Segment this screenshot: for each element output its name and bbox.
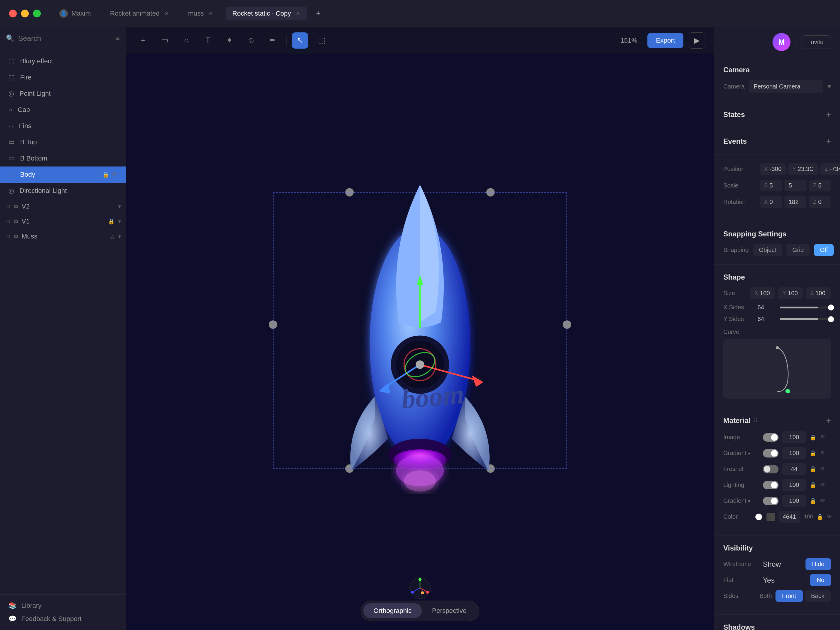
search-input[interactable] — [18, 34, 112, 43]
mat-gradient2-toggle[interactable] — [763, 497, 778, 505]
add-state-button[interactable]: + — [826, 110, 831, 119]
wireframe-hide-button[interactable]: Hide — [805, 558, 831, 570]
rectangle-tool-button[interactable]: ▭ — [156, 32, 173, 49]
mat-lighting-toggle[interactable] — [763, 481, 778, 489]
orthographic-view-button[interactable]: Orthographic — [363, 603, 422, 618]
add-material-button[interactable]: + — [826, 416, 831, 425]
sides-back-button[interactable]: Back — [805, 590, 831, 602]
curve-editor[interactable] — [723, 339, 831, 399]
position-z[interactable]: Z -734 — [820, 163, 840, 175]
maximize-button[interactable] — [33, 9, 41, 17]
size-x[interactable]: X 100 — [750, 287, 775, 299]
eye-icon[interactable]: 👁 — [820, 434, 825, 441]
minimize-button[interactable] — [21, 9, 29, 17]
mat-color-value[interactable]: 4641 — [778, 511, 801, 523]
camera-select[interactable]: Personal Camera — [749, 80, 823, 93]
tab-rocket-animated[interactable]: Rocket animated ✕ — [104, 6, 175, 21]
position-y[interactable]: Y 23.3C — [788, 163, 818, 175]
transform-handle-mr[interactable] — [563, 321, 571, 329]
sides-front-button[interactable]: Front — [775, 590, 803, 602]
scale-x[interactable]: S 5 — [760, 180, 782, 191]
mat-image-toggle[interactable] — [763, 433, 778, 442]
layer-item-fins[interactable]: ⌓ Fins — [0, 118, 126, 134]
feedback-item[interactable]: 💬 Feedback & Support — [8, 615, 117, 623]
lock-icon[interactable]: 🔒 — [816, 513, 823, 520]
frame-tool-button[interactable]: ⬚ — [314, 32, 330, 49]
zoom-level[interactable]: 151% — [616, 34, 642, 47]
tab-rocket-static-copy[interactable]: Rocket static · Copy ✕ — [226, 6, 307, 21]
library-item[interactable]: 📚 Library — [8, 602, 117, 609]
cursor-tool-button[interactable]: ↖ — [292, 32, 308, 49]
mat-gradient2-value[interactable]: 100 — [782, 495, 806, 507]
perspective-view-button[interactable]: Perspective — [422, 603, 477, 618]
rotation-z[interactable]: Z 0 — [809, 196, 831, 208]
snap-grid-button[interactable]: Grid — [786, 244, 810, 256]
eye-icon[interactable]: 👁 — [820, 498, 825, 504]
layer-item-b-top[interactable]: ▭ B Top — [0, 134, 126, 150]
avatar[interactable]: M — [772, 33, 791, 51]
add-tool-button[interactable]: + — [135, 32, 151, 49]
lock-icon[interactable]: 🔒 — [810, 498, 816, 504]
face-tool-button[interactable]: ☺ — [243, 32, 259, 49]
rotation-x[interactable]: X 0 — [760, 196, 782, 208]
mat-lighting-value[interactable]: 100 — [782, 479, 806, 491]
layer-item-point-light[interactable]: ◎ Point Light — [0, 85, 126, 102]
eye-icon[interactable]: 👁 — [827, 513, 832, 520]
snap-object-button[interactable]: Object — [753, 244, 782, 256]
lock-icon[interactable]: 🔒 — [108, 218, 115, 225]
star-tool-button[interactable]: ✦ — [221, 32, 238, 49]
tab-close-icon[interactable]: ✕ — [164, 10, 169, 17]
tab-muss[interactable]: muss ✕ — [182, 6, 220, 21]
lock-icon[interactable]: 🔒 — [810, 434, 816, 441]
layer-group-v1[interactable]: ⊙ ⧉ V1 🔒 ▾ — [0, 214, 126, 229]
position-x[interactable]: X -300 — [760, 163, 786, 175]
scale-z[interactable]: Z 5 — [809, 180, 831, 191]
tab-maxim[interactable]: 👤 Maxim — [53, 6, 98, 21]
layer-item-cap[interactable]: ○ Cap — [0, 102, 126, 118]
ellipse-tool-button[interactable]: ○ — [178, 32, 194, 49]
y-sides-slider[interactable] — [780, 318, 831, 320]
text-tool-button[interactable]: T — [200, 32, 216, 49]
add-tab-button[interactable]: + — [313, 8, 324, 19]
invite-button[interactable]: Invite — [802, 35, 831, 49]
color-swatch[interactable] — [766, 513, 775, 521]
menu-icon[interactable]: ≡ — [116, 35, 120, 42]
size-z[interactable]: Z 100 — [806, 287, 831, 299]
eye-icon[interactable]: 👁 — [112, 171, 117, 178]
mat-fresnel-value[interactable]: 44 — [782, 463, 806, 475]
pen-tool-button[interactable]: ✒ — [265, 32, 281, 49]
play-button[interactable]: ▶ — [689, 32, 705, 49]
lock-icon[interactable]: 🔒 — [102, 171, 109, 178]
mat-image-value[interactable]: 100 — [782, 431, 806, 443]
layer-item-blury-effect[interactable]: ⬚ Blury effect — [0, 53, 126, 69]
layer-item-b-bottom[interactable]: ▭ B Bottom — [0, 150, 126, 166]
layer-group-muss[interactable]: ⊙ ⧉ Muss △ ▾ — [0, 229, 126, 244]
scale-y[interactable]: 5 — [785, 180, 807, 191]
flat-no-button[interactable]: No — [810, 574, 831, 586]
eye-icon[interactable]: 👁 — [820, 482, 825, 488]
lock-icon[interactable]: 🔒 — [810, 450, 816, 456]
transform-handle-ml[interactable] — [269, 321, 277, 329]
tab-close-icon[interactable]: ✕ — [296, 10, 300, 17]
add-event-button[interactable]: + — [826, 136, 831, 146]
size-y[interactable]: Y 100 — [778, 287, 803, 299]
mat-gradient1-value[interactable]: 100 — [782, 447, 806, 459]
export-button[interactable]: Export — [647, 33, 684, 48]
layer-item-directional-light[interactable]: ◎ Directional Light — [0, 183, 126, 199]
layer-item-body[interactable]: ▭ Body 🔒 👁 — [0, 166, 126, 183]
lock-icon[interactable]: 🔒 — [810, 466, 816, 472]
layer-item-fire[interactable]: ⬚ Fire — [0, 69, 126, 85]
eye-icon[interactable]: 👁 — [820, 450, 825, 456]
eye-icon[interactable]: 👁 — [820, 466, 825, 472]
mat-fresnel-toggle[interactable] — [763, 465, 778, 474]
rocket-object[interactable]: boom — [314, 141, 526, 515]
canvas-area[interactable]: + ▭ ○ T ✦ ☺ ✒ ↖ ⬚ 151% Export ▶ — [126, 27, 714, 630]
layer-group-v2[interactable]: ⊙ ⧉ V2 ▾ — [0, 199, 126, 214]
snap-toggle-button[interactable]: Off — [814, 244, 834, 256]
mat-gradient1-toggle[interactable] — [763, 449, 778, 458]
tab-close-icon[interactable]: ✕ — [208, 10, 213, 17]
rotation-y[interactable]: 182 — [785, 196, 807, 208]
x-sides-slider[interactable] — [780, 306, 831, 308]
close-button[interactable] — [9, 9, 17, 17]
lock-icon[interactable]: 🔒 — [810, 482, 816, 488]
